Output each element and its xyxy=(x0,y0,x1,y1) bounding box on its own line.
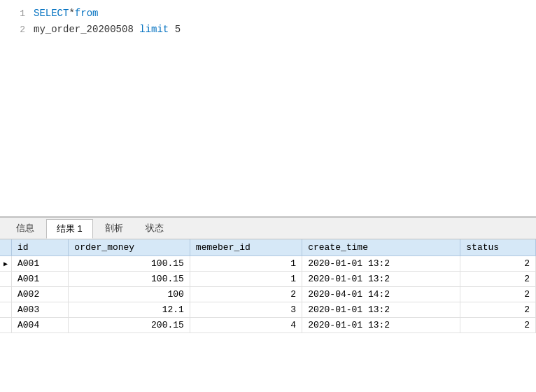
cell-id: A001 xyxy=(12,272,69,287)
cell-order-money: 200.15 xyxy=(69,318,190,333)
row-indicator xyxy=(0,272,12,287)
col-header-memeber-id: memeber_id xyxy=(190,239,302,256)
star-operator: * xyxy=(69,8,74,19)
table-header-row: id order_money memeber_id create_time st… xyxy=(0,239,536,256)
tab-analysis[interactable]: 剖析 xyxy=(94,218,134,238)
cell-create-time: 2020-01-01 13:2 xyxy=(302,256,460,272)
col-header-create-time: create_time xyxy=(302,239,460,256)
cell-id: A001 xyxy=(12,256,69,272)
table-row[interactable]: A001 100.15 1 2020-01-01 13:2 2 xyxy=(0,272,536,287)
tab-results[interactable]: 结果 1 xyxy=(46,219,93,239)
table-row[interactable]: A002 100 2 2020-04-01 14:2 2 xyxy=(0,287,536,302)
cell-memeber-id: 1 xyxy=(190,256,302,272)
cell-status: 2 xyxy=(460,287,536,302)
tab-info[interactable]: 信息 xyxy=(6,218,45,238)
code-content-2: my_order_20200508 limit 5 xyxy=(34,22,181,37)
row-indicator xyxy=(0,318,12,333)
cell-status: 2 xyxy=(460,256,536,272)
cell-order-money: 100.15 xyxy=(69,256,190,272)
cell-memeber-id: 3 xyxy=(190,302,302,318)
cell-create-time: 2020-01-01 13:2 xyxy=(302,272,460,287)
cell-status: 2 xyxy=(460,302,536,318)
limit-value: 5 xyxy=(169,24,181,35)
cell-order-money: 100 xyxy=(69,287,190,302)
cell-create-time: 2020-01-01 13:2 xyxy=(302,302,460,318)
cell-create-time: 2020-01-01 13:2 xyxy=(302,318,460,333)
cell-id: A002 xyxy=(12,287,69,302)
keyword-limit: limit xyxy=(139,24,169,35)
cell-memeber-id: 2 xyxy=(190,287,302,302)
table-row[interactable]: ▶ A001 100.15 1 2020-01-01 13:2 2 xyxy=(0,256,536,272)
cell-order-money: 100.15 xyxy=(69,272,190,287)
results-table: id order_money memeber_id create_time st… xyxy=(0,239,536,333)
code-editor[interactable]: 1 SELECT*from 2 my_order_20200508 limit … xyxy=(0,0,536,217)
space xyxy=(134,24,139,35)
cell-status: 2 xyxy=(460,318,536,333)
cell-id: A004 xyxy=(12,318,69,333)
col-header-id: id xyxy=(12,239,69,256)
cell-order-money: 12.1 xyxy=(69,302,190,318)
row-indicator xyxy=(0,302,12,318)
keyword-from: from xyxy=(75,8,99,19)
col-header-order-money: order_money xyxy=(69,239,190,256)
cell-status: 2 xyxy=(460,272,536,287)
indicator-header xyxy=(0,239,12,256)
col-header-status: status xyxy=(460,239,536,256)
bottom-section: 信息 结果 1 剖析 状态 id order_money memeber_id … xyxy=(0,217,536,392)
results-area[interactable]: id order_money memeber_id create_time st… xyxy=(0,239,536,392)
cell-id: A003 xyxy=(12,302,69,318)
cell-memeber-id: 1 xyxy=(190,272,302,287)
table-name: my_order_20200508 xyxy=(34,24,134,35)
line-number-1: 1 xyxy=(6,6,25,22)
tabs-bar: 信息 结果 1 剖析 状态 xyxy=(0,217,536,239)
row-indicator: ▶ xyxy=(0,256,12,272)
code-line-2: 2 my_order_20200508 limit 5 xyxy=(0,22,536,38)
line-number-2: 2 xyxy=(6,22,25,38)
code-content-1: SELECT*from xyxy=(34,6,98,21)
table-row[interactable]: A003 12.1 3 2020-01-01 13:2 2 xyxy=(0,302,536,318)
code-line-1: 1 SELECT*from xyxy=(0,6,536,22)
keyword-select: SELECT xyxy=(34,8,69,19)
tab-status[interactable]: 状态 xyxy=(135,218,174,238)
cell-create-time: 2020-04-01 14:2 xyxy=(302,287,460,302)
cell-memeber-id: 4 xyxy=(190,318,302,333)
table-row[interactable]: A004 200.15 4 2020-01-01 13:2 2 xyxy=(0,318,536,333)
row-indicator xyxy=(0,287,12,302)
